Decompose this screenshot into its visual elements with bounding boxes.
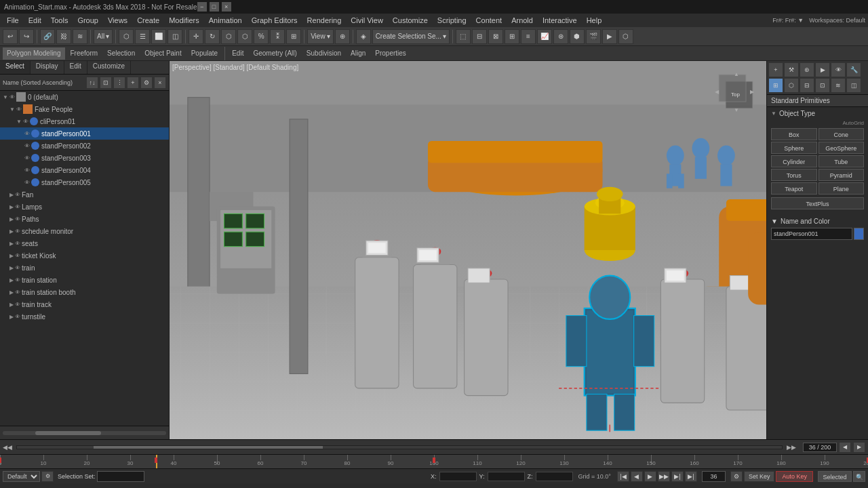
- menu-scripting[interactable]: Scripting: [433, 15, 471, 26]
- play-btn[interactable]: ▶: [644, 471, 656, 482]
- rect-select-button[interactable]: ⬜: [151, 29, 166, 44]
- scene-filter-btn[interactable]: ⊡: [100, 77, 112, 89]
- edit-btn[interactable]: Edit: [228, 47, 248, 60]
- utilities-panel-icon[interactable]: 🔧: [846, 62, 861, 77]
- time-config-btn[interactable]: ⚙: [730, 471, 743, 482]
- menu-group[interactable]: Group: [73, 15, 102, 26]
- tab-display[interactable]: Display: [31, 61, 64, 74]
- menu-create[interactable]: Create: [133, 15, 163, 26]
- tab-select[interactable]: Select: [0, 61, 31, 74]
- material-editor-button[interactable]: ⬢: [570, 29, 585, 44]
- menu-rendering[interactable]: Rendering: [303, 15, 346, 26]
- geosphere-btn[interactable]: GeoSphere: [818, 142, 865, 154]
- torus-btn[interactable]: Torus: [771, 169, 817, 181]
- current-frame-input[interactable]: [702, 471, 726, 482]
- object-paint-btn[interactable]: Object Paint: [140, 47, 185, 60]
- plane-btn[interactable]: Plane: [818, 182, 865, 195]
- menu-file[interactable]: File: [3, 15, 23, 26]
- tree-train[interactable]: ▶ 👁 train: [0, 262, 169, 274]
- tree-schedule-monitor[interactable]: ▶ 👁 schedule monitor: [0, 225, 169, 237]
- object-color-swatch[interactable]: [854, 228, 864, 240]
- align-button[interactable]: ⊟: [472, 29, 487, 44]
- tree-seats[interactable]: ▶ 👁 seats: [0, 237, 169, 249]
- freeform-btn[interactable]: Freeform: [66, 47, 102, 60]
- timeline-track[interactable]: 0102030405060708090100110120130140150160…: [0, 455, 868, 468]
- selection-set-input[interactable]: [97, 471, 144, 482]
- menu-views[interactable]: Views: [104, 15, 132, 26]
- render-setup-button[interactable]: 🎬: [586, 29, 601, 44]
- create-panel-icon[interactable]: +: [768, 62, 783, 77]
- subdivision-btn[interactable]: Subdivision: [302, 47, 345, 60]
- tab-edit[interactable]: Edit: [64, 61, 87, 74]
- cone-btn[interactable]: Cone: [818, 128, 865, 140]
- tree-standperson003[interactable]: 👁 standPerson003: [0, 152, 169, 164]
- tree-cliperson01[interactable]: ▼ 👁 cliPerson01: [0, 115, 169, 127]
- viewport[interactable]: [Perspective] [Standard] [Default Shadin…: [170, 61, 766, 439]
- reference-coord-dropdown[interactable]: View ▾: [307, 29, 334, 44]
- goto-end-btn[interactable]: ▶|: [685, 471, 697, 482]
- spinner-snap-button[interactable]: ⁑: [270, 29, 285, 44]
- tree-root[interactable]: ▼ 👁 0 (default): [0, 91, 169, 103]
- scene-add-btn[interactable]: +: [127, 77, 139, 89]
- menu-interactive[interactable]: Interactive: [538, 15, 581, 26]
- textplus-btn[interactable]: TextPlus: [771, 197, 864, 209]
- menu-content[interactable]: Content: [472, 15, 507, 26]
- extra-panel-icon[interactable]: ⊞: [768, 78, 783, 93]
- name-color-header[interactable]: ▼ Name and Color: [771, 218, 864, 225]
- layer-mgr-button[interactable]: ⊞: [505, 29, 519, 44]
- rotate-button[interactable]: ↻: [205, 29, 220, 44]
- move-button[interactable]: ✛: [189, 29, 203, 44]
- populate-btn[interactable]: Populate: [187, 47, 222, 60]
- timeline-bar[interactable]: 0102030405060708090100110120130140150160…: [0, 455, 868, 468]
- select-by-name-button[interactable]: ☰: [135, 29, 150, 44]
- geometry-btn[interactable]: Geometry (All): [249, 47, 300, 60]
- use-pivot-button[interactable]: ⊕: [335, 29, 350, 44]
- sphere-btn[interactable]: Sphere: [771, 142, 817, 154]
- snap-button[interactable]: ⊞: [286, 29, 301, 44]
- hierarchy-panel-icon[interactable]: ⊛: [800, 62, 814, 77]
- tree-train-station-booth[interactable]: ▶ 👁 train station booth: [0, 286, 169, 298]
- tree-standperson005[interactable]: 👁 standPerson005: [0, 176, 169, 188]
- curve-editor-button[interactable]: 📈: [537, 29, 552, 44]
- tree-fan[interactable]: ▶ 👁 Fan: [0, 188, 169, 201]
- menu-help[interactable]: Help: [583, 15, 606, 26]
- frame-nav-left[interactable]: ◀: [839, 442, 851, 453]
- select-object-button[interactable]: ⬡: [119, 29, 134, 44]
- scene-hierarchy-btn[interactable]: ⋮: [113, 77, 125, 89]
- x-input[interactable]: [439, 472, 477, 481]
- extra3-icon[interactable]: ⊟: [800, 78, 814, 93]
- percent-snap-button[interactable]: %: [254, 29, 269, 44]
- extra5-icon[interactable]: ≋: [831, 78, 846, 93]
- goto-start-btn[interactable]: |◀: [617, 471, 629, 482]
- bind-to-space-warp[interactable]: ≋: [73, 29, 87, 44]
- redo-button[interactable]: ↪: [19, 29, 34, 44]
- tree-train-track[interactable]: ▶ 👁 train track: [0, 298, 169, 310]
- layer-dropdown[interactable]: Default: [3, 471, 40, 482]
- frame-nav-right[interactable]: ▶: [853, 442, 865, 453]
- properties-btn[interactable]: Properties: [371, 47, 410, 60]
- object-type-header[interactable]: ▼ Object Type: [771, 110, 864, 117]
- align-btn[interactable]: Align: [347, 47, 370, 60]
- pyramid-btn[interactable]: Pyramid: [818, 169, 865, 181]
- selection-set-dropdown[interactable]: Create Selection Se... ▾: [372, 29, 450, 44]
- display-panel-icon[interactable]: 👁: [831, 62, 846, 77]
- menu-graph-editors[interactable]: Graph Editors: [248, 15, 302, 26]
- selection-btn[interactable]: Selection: [103, 47, 139, 60]
- scale-button[interactable]: ⬡: [221, 29, 236, 44]
- menu-tools[interactable]: Tools: [47, 15, 73, 26]
- align-view-button[interactable]: ⊠: [488, 29, 503, 44]
- tube-btn[interactable]: Tube: [818, 155, 865, 167]
- prev-frame-btn[interactable]: ◀: [631, 471, 643, 482]
- motion-panel-icon[interactable]: ▶: [815, 62, 830, 77]
- menu-modifiers[interactable]: Modifiers: [165, 15, 203, 26]
- play-all-btn[interactable]: ▶▶: [658, 471, 670, 482]
- h-scrollbar[interactable]: [3, 431, 166, 435]
- extra2-icon[interactable]: ⬡: [784, 78, 799, 93]
- tree-train-station[interactable]: ▶ 👁 train station: [0, 274, 169, 286]
- window-crossing-button[interactable]: ◫: [167, 29, 182, 44]
- set-key-btn[interactable]: Set Key: [744, 471, 775, 482]
- cylinder-btn[interactable]: Cylinder: [771, 155, 817, 167]
- tree-standperson001[interactable]: 👁 standPerson001: [0, 127, 169, 140]
- maximize-button[interactable]: □: [210, 2, 219, 12]
- scene-sort-btn[interactable]: ↑↓: [86, 77, 98, 89]
